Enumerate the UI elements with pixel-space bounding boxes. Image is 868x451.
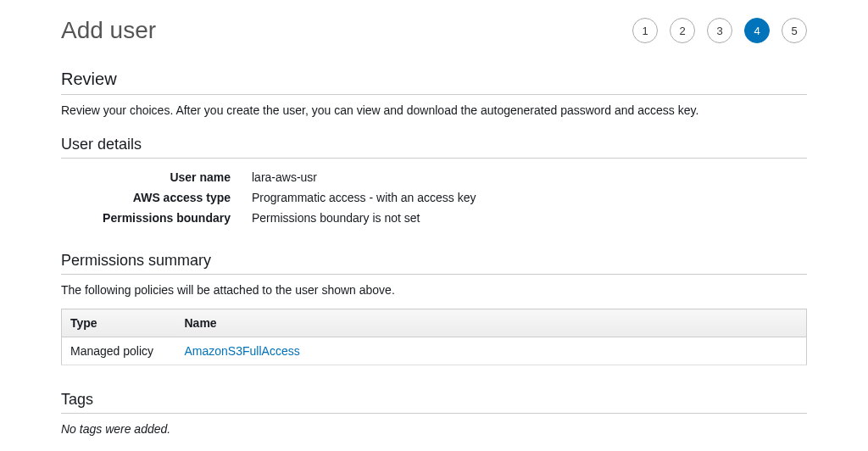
- page-title: Add user: [61, 17, 156, 44]
- detail-label: User name: [61, 170, 252, 184]
- permissions-description: The following policies will be attached …: [61, 283, 807, 297]
- wizard-steps: 1 2 3 4 5: [632, 18, 807, 43]
- review-description: Review your choices. After you create th…: [61, 103, 807, 117]
- detail-label: AWS access type: [61, 191, 252, 204]
- detail-value: lara-aws-usr: [252, 170, 317, 184]
- user-details-table: User name lara-aws-usr AWS access type P…: [61, 167, 807, 228]
- detail-value: Programmatic access - with an access key: [252, 191, 476, 204]
- user-details-heading: User details: [61, 136, 807, 159]
- table-row: Managed policy AmazonS3FullAccess: [62, 337, 807, 365]
- detail-row-access-type: AWS access type Programmatic access - wi…: [61, 187, 807, 208]
- tags-empty-message: No tags were added.: [61, 422, 807, 436]
- review-heading: Review: [61, 70, 807, 95]
- step-5[interactable]: 5: [782, 18, 807, 43]
- step-3[interactable]: 3: [707, 18, 732, 43]
- detail-row-permissions-boundary: Permissions boundary Permissions boundar…: [61, 208, 807, 228]
- policy-col-type: Type: [62, 309, 176, 337]
- policy-name-link[interactable]: AmazonS3FullAccess: [176, 337, 807, 365]
- policy-table: Type Name Managed policy AmazonS3FullAcc…: [61, 309, 807, 365]
- step-1[interactable]: 1: [632, 18, 658, 43]
- detail-label: Permissions boundary: [61, 211, 252, 225]
- policy-col-name: Name: [176, 309, 807, 337]
- detail-row-username: User name lara-aws-usr: [61, 167, 807, 187]
- step-2[interactable]: 2: [670, 18, 695, 43]
- tags-heading: Tags: [61, 391, 807, 414]
- detail-value: Permissions boundary is not set: [252, 211, 420, 225]
- permissions-summary-heading: Permissions summary: [61, 252, 807, 275]
- policy-type-cell: Managed policy: [62, 337, 176, 365]
- step-4[interactable]: 4: [744, 18, 770, 43]
